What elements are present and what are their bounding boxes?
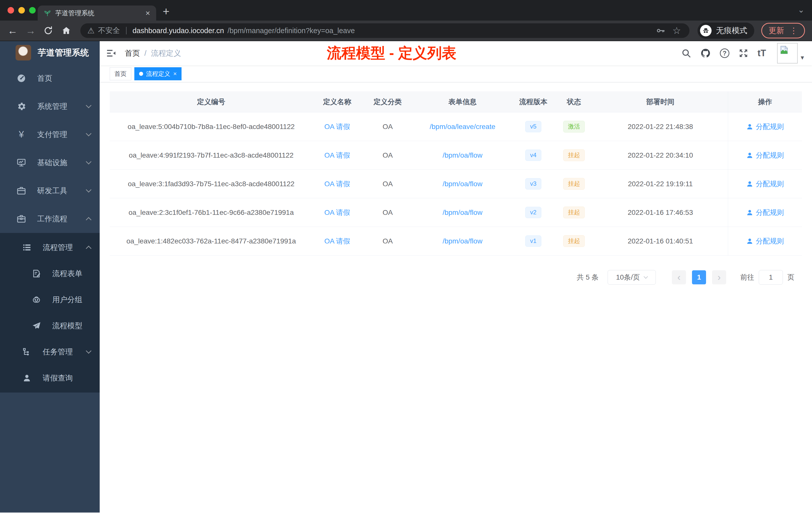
definition-name-link[interactable]: OA 请假 <box>324 208 350 217</box>
sidebar-item-dev-tools[interactable]: 研发工具 <box>0 177 100 205</box>
sidebar-item-task-management[interactable]: 任务管理 <box>0 339 100 365</box>
tab-search-chevron-icon[interactable]: ⌄ <box>798 5 805 14</box>
version-tag: v3 <box>525 178 541 189</box>
deploy-time-cell: 2022-01-22 19:19:11 <box>593 170 728 198</box>
column-header: 部署时间 <box>593 91 728 112</box>
tab-close-icon[interactable]: × <box>145 8 150 18</box>
chevron-down-icon <box>86 159 92 164</box>
search-icon[interactable] <box>681 48 691 58</box>
definition-name-link[interactable]: OA 请假 <box>324 122 350 131</box>
status-tag: 挂起 <box>563 207 585 218</box>
minimize-window-button[interactable] <box>18 7 25 13</box>
back-button[interactable]: ← <box>7 26 18 36</box>
assign-rule-link[interactable]: 分配规则 <box>746 179 784 189</box>
prev-page-button[interactable]: ‹ <box>672 270 686 284</box>
github-icon[interactable] <box>700 48 711 58</box>
home-button[interactable] <box>61 26 72 36</box>
tag-process-definition[interactable]: 流程定义 × <box>134 67 181 80</box>
user-avatar-menu[interactable]: ▾ <box>777 43 804 63</box>
form-info-link[interactable]: /bpm/oa/flow <box>443 209 483 217</box>
browser-tab[interactable]: 芋道管理系统 × <box>38 5 156 21</box>
form-info-link[interactable]: /bpm/oa/leave/create <box>430 123 495 131</box>
close-window-button[interactable] <box>7 7 14 13</box>
table-body: oa_leave:5:004b710b-7b8a-11ec-8ef0-acde4… <box>110 113 802 255</box>
breadcrumb-home-link[interactable]: 首页 <box>125 48 140 58</box>
sidebar-item-payment-management[interactable]: ¥ 支付管理 <box>0 120 100 149</box>
sidebar-item-label: 流程模型 <box>52 321 91 331</box>
incognito-label: 无痕模式 <box>716 25 747 36</box>
sidebar-item-system-management[interactable]: 系统管理 <box>0 92 100 120</box>
definition-name-link[interactable]: OA 请假 <box>324 151 350 160</box>
sidebar-item-workflow[interactable]: 工作流程 <box>0 205 100 233</box>
page-size-value: 10条/页 <box>616 273 640 282</box>
breadcrumb-separator: / <box>144 49 146 58</box>
help-icon[interactable]: ? <box>720 49 729 58</box>
update-label: 更新 <box>768 25 784 36</box>
definition-id-cell: oa_leave:3:1fad3d93-7b75-11ec-a3c8-acde4… <box>110 170 313 198</box>
browser-toolbar: ← → ⚠ 不安全 dashboard.yudao.iocoder.cn/bpm… <box>0 21 812 41</box>
reload-button[interactable] <box>43 26 54 36</box>
version-tag: v2 <box>525 207 541 218</box>
browser-update-button[interactable]: 更新 ⋮ <box>761 23 805 38</box>
password-key-icon[interactable] <box>656 26 665 35</box>
table-row: oa_leave:2:3c1f0ef1-76b1-11ec-9c66-a2380… <box>110 198 802 227</box>
assign-rule-link[interactable]: 分配规则 <box>746 122 784 131</box>
hamburger-icon[interactable] <box>106 48 116 58</box>
column-header-actions: 操作 <box>728 91 802 112</box>
fullscreen-icon[interactable] <box>738 48 749 58</box>
current-page-button[interactable]: 1 <box>692 270 706 284</box>
sidebar-item-process-management[interactable]: 流程管理 <box>0 234 100 261</box>
sidebar-item-infrastructure[interactable]: 基础设施 <box>0 149 100 177</box>
browser-tab-strip: 芋道管理系统 × + ⌄ <box>0 0 812 21</box>
address-bar[interactable]: ⚠ 不安全 dashboard.yudao.iocoder.cn/bpm/man… <box>80 23 690 38</box>
definition-name-link[interactable]: OA 请假 <box>324 179 350 189</box>
definition-id-cell: oa_leave:4:991f2193-7b7f-11ec-a3c8-acde4… <box>110 141 313 170</box>
browser-menu-dots-icon[interactable]: ⋮ <box>790 26 798 35</box>
yen-icon: ¥ <box>16 130 27 139</box>
security-warning-icon[interactable]: ⚠ <box>87 26 95 35</box>
workflow-toolbox-icon <box>16 214 27 224</box>
incognito-badge: 无痕模式 <box>697 23 754 39</box>
new-tab-button[interactable]: + <box>163 4 170 18</box>
gear-icon <box>16 101 27 112</box>
active-dot-icon <box>139 72 143 76</box>
form-info-link[interactable]: /bpm/oa/flow <box>443 151 483 159</box>
tree-icon <box>21 347 33 357</box>
goto-page-input[interactable] <box>759 270 783 284</box>
assign-rule-link[interactable]: 分配规则 <box>746 151 784 160</box>
table-row: oa_leave:4:991f2193-7b7f-11ec-a3c8-acde4… <box>110 141 802 170</box>
chevron-down-icon <box>86 348 92 354</box>
workflow-submenu: 流程管理 流程表单 用户分组 <box>0 233 100 393</box>
form-info-link[interactable]: /bpm/oa/flow <box>443 237 483 245</box>
sidebar-item-leave-query[interactable]: 请假查询 <box>0 365 100 391</box>
assign-rule-link[interactable]: 分配规则 <box>746 236 784 246</box>
sidebar-item-home[interactable]: 首页 <box>0 64 100 92</box>
sidebar-item-user-group[interactable]: 用户分组 <box>0 286 100 313</box>
tag-home[interactable]: 首页 <box>110 67 131 80</box>
definition-name-link[interactable]: OA 请假 <box>324 236 350 246</box>
form-info-link[interactable]: /bpm/oa/flow <box>443 180 483 188</box>
category-cell: OA <box>362 141 413 170</box>
bookmark-star-icon[interactable]: ☆ <box>672 25 681 36</box>
font-size-icon[interactable]: tT <box>757 48 766 58</box>
sidebar-item-process-model[interactable]: 流程模型 <box>0 313 100 339</box>
list-icon <box>21 243 33 252</box>
paper-plane-icon <box>31 321 42 331</box>
category-cell: OA <box>362 198 413 227</box>
tags-view-bar: 首页 流程定义 × <box>100 65 812 82</box>
column-header: 定义分类 <box>362 91 413 112</box>
next-page-button[interactable]: › <box>712 270 726 284</box>
window-controls[interactable] <box>7 7 36 13</box>
tag-label: 首页 <box>115 70 126 78</box>
tag-close-icon[interactable]: × <box>173 70 177 77</box>
column-header: 定义名称 <box>313 91 362 112</box>
forward-button[interactable]: → <box>25 26 36 36</box>
table-header-row: 定义编号 定义名称 定义分类 表单信息 流程版本 状态 部署时间 操作 <box>110 91 802 113</box>
page-size-select[interactable]: 10条/页 <box>608 270 656 284</box>
tab-title: 芋道管理系统 <box>55 9 141 18</box>
sidebar-item-process-form[interactable]: 流程表单 <box>0 261 100 286</box>
assign-rule-link[interactable]: 分配规则 <box>746 208 784 217</box>
maximize-window-button[interactable] <box>29 7 36 13</box>
app-logo[interactable]: 芋道管理系统 <box>0 41 100 64</box>
incognito-icon <box>700 25 712 36</box>
